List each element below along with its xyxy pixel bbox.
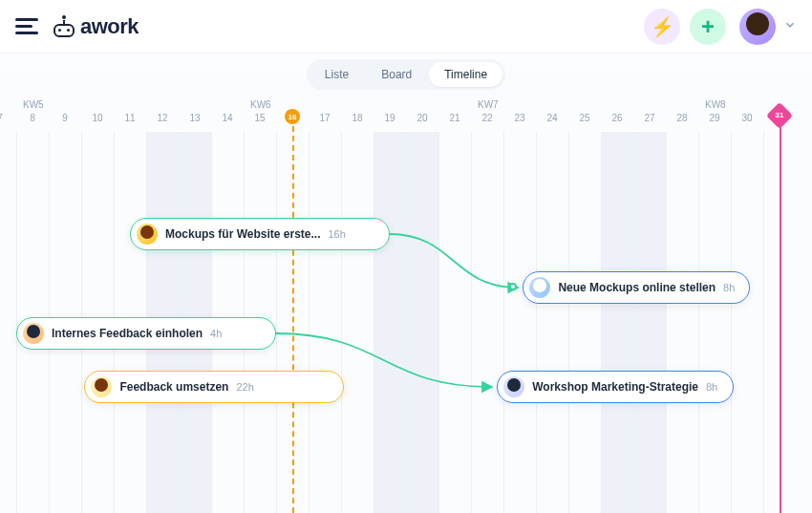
add-button[interactable]: +	[690, 9, 726, 45]
tab-list[interactable]: Liste	[310, 62, 364, 87]
day-label: 7	[0, 113, 16, 123]
brand-name: awork	[80, 14, 139, 39]
task-card[interactable]: Internes Feedback einholen4h	[16, 317, 276, 350]
day-label: 13	[179, 113, 211, 123]
assignee-avatar	[91, 376, 112, 397]
task-title: Neue Mockups online stellen	[558, 281, 716, 294]
task-title: Mockups für Website erste...	[165, 227, 321, 241]
day-label: 22	[471, 113, 503, 123]
day-label: 25	[568, 113, 601, 123]
task-hours: 8h	[706, 381, 717, 393]
timeline-column	[341, 132, 374, 513]
timeline-column	[601, 132, 633, 513]
timeline-column	[633, 132, 666, 513]
tab-board[interactable]: Board	[366, 62, 427, 87]
task-card[interactable]: Workshop Marketing-Strategie8h	[497, 371, 734, 403]
day-label: 14	[211, 113, 244, 123]
timeline-column	[568, 132, 601, 513]
day-label: 19	[374, 113, 406, 123]
day-label: 28	[666, 113, 698, 123]
task-hours: 22h	[236, 381, 253, 393]
assignee-avatar	[137, 224, 158, 245]
timeline-column	[406, 132, 438, 513]
task-title: Internes Feedback einholen	[52, 327, 203, 340]
timeline-column	[374, 132, 406, 513]
week-label: KW8	[705, 99, 726, 110]
tab-timeline[interactable]: Timeline	[429, 62, 502, 87]
day-label: 17	[309, 113, 341, 123]
task-hours: 8h	[723, 282, 735, 293]
chevron-down-icon[interactable]	[783, 18, 797, 35]
assignee-avatar	[23, 323, 44, 344]
plus-icon: +	[701, 13, 715, 40]
task-hours: 16h	[329, 228, 346, 240]
task-card[interactable]: Neue Mockups online stellen8h	[523, 271, 750, 304]
timeline-column	[309, 132, 341, 513]
day-label: 30	[731, 113, 763, 123]
timeline-column	[536, 132, 568, 513]
week-label: KW5	[23, 99, 44, 110]
day-label: 10	[81, 113, 114, 123]
timeline-column	[731, 132, 763, 513]
timeline-column	[438, 132, 471, 513]
quick-action-button[interactable]: ⚡	[644, 9, 680, 45]
day-label: 23	[503, 113, 536, 123]
task-title: Feedback umsetzen	[119, 380, 228, 394]
robot-icon	[53, 15, 75, 37]
user-avatar[interactable]	[739, 9, 776, 45]
task-card[interactable]: Feedback umsetzen22h	[84, 371, 344, 403]
assignee-avatar	[503, 376, 524, 397]
view-tabs: Liste Board Timeline	[307, 59, 505, 90]
milestone-marker[interactable]: 31	[766, 102, 793, 129]
week-label: KW7	[478, 99, 499, 110]
timeline-column	[503, 132, 536, 513]
timeline-column	[0, 132, 16, 513]
day-label: 8	[16, 113, 49, 123]
timeline-canvas[interactable]: KW5KW6KW7KW8 789101112131415161718192021…	[0, 96, 812, 513]
day-label: 20	[406, 113, 438, 123]
assignee-avatar	[529, 277, 550, 298]
day-label: 27	[633, 113, 666, 123]
day-label: 9	[49, 113, 81, 123]
day-label: 12	[146, 113, 179, 123]
task-hours: 4h	[210, 328, 222, 339]
day-label: 29	[698, 113, 731, 123]
day-label: 15	[244, 113, 276, 123]
timeline-column	[698, 132, 731, 513]
menu-button[interactable]	[15, 13, 42, 40]
day-label: 26	[601, 113, 633, 123]
task-title: Workshop Marketing-Strategie	[532, 380, 698, 394]
day-label: 18	[341, 113, 374, 123]
day-label: 24	[536, 113, 568, 123]
today-marker: 16	[285, 109, 300, 124]
day-label: 11	[114, 113, 146, 123]
brand-logo[interactable]: awork	[53, 14, 139, 39]
task-card[interactable]: Mockups für Website erste...16h	[130, 218, 390, 250]
timeline-column	[666, 132, 698, 513]
timeline-column	[471, 132, 503, 513]
bolt-icon: ⚡	[651, 15, 674, 38]
day-label: 21	[438, 113, 471, 123]
week-label: KW6	[250, 99, 271, 110]
timeline-ruler: KW5KW6KW7KW8 789101112131415161718192021…	[0, 96, 812, 134]
